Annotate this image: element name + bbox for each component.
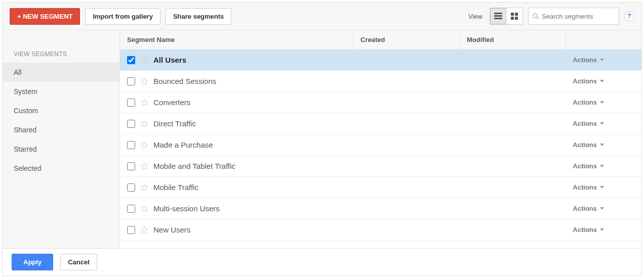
row-checkbox[interactable] [127,120,135,128]
svg-rect-6 [515,17,518,20]
toolbar: + NEW SEGMENT Import from gallery Share … [3,3,641,30]
cancel-button[interactable]: Cancel [60,254,97,270]
actions-label: Actions [573,141,597,149]
chevron-down-icon [600,101,604,104]
list-view-button[interactable] [490,8,506,24]
footer: Apply Cancel [3,248,641,275]
segment-name: Mobile Traffic [153,183,568,192]
actions-label: Actions [573,162,597,170]
view-toggle [490,8,523,25]
chevron-down-icon [600,59,604,61]
table-row[interactable]: Bounced SessionsActions [120,71,641,92]
segment-name: Bounced Sessions [153,77,568,85]
star-icon[interactable] [140,99,148,107]
chevron-down-icon [600,122,604,125]
actions-label: Actions [573,77,597,85]
sidebar-item-system[interactable]: System [3,82,119,101]
star-icon[interactable] [140,162,148,170]
star-icon[interactable] [140,56,148,64]
help-button[interactable]: ? [624,11,634,21]
chevron-down-icon [600,165,604,167]
svg-rect-1 [494,15,502,17]
sidebar-item-custom[interactable]: Custom [3,101,119,120]
actions-label: Actions [573,120,597,127]
import-button[interactable]: Import from gallery [85,8,160,25]
chevron-down-icon [600,186,604,189]
table-row[interactable]: ConvertersActions [120,92,641,113]
row-actions[interactable]: Actions [573,99,634,106]
row-checkbox[interactable] [127,205,135,213]
row-checkbox[interactable] [127,183,135,192]
star-icon[interactable] [140,77,148,85]
svg-rect-4 [515,13,518,16]
svg-rect-3 [511,13,514,16]
svg-rect-0 [494,13,502,14]
row-actions[interactable]: Actions [573,120,634,127]
row-actions[interactable]: Actions [573,162,634,170]
sidebar-item-shared[interactable]: Shared [3,120,119,140]
segment-name: All Users [153,56,568,64]
table-row[interactable]: Mobile TrafficActions [120,177,641,198]
grid-view-button[interactable] [506,8,522,24]
row-actions[interactable]: Actions [573,205,634,212]
row-checkbox[interactable] [127,226,135,234]
row-actions[interactable]: Actions [573,77,634,85]
svg-rect-5 [511,17,514,20]
table-header: Segment Name Created Modified [120,30,641,50]
segment-name: Direct Traffic [153,119,568,128]
panel-body: VIEW SEGMENTS All System Custom Shared S… [3,30,641,248]
svg-line-8 [537,17,538,19]
actions-label: Actions [573,205,597,212]
star-icon[interactable] [140,205,148,213]
column-segment-name[interactable]: Segment Name [120,30,353,49]
share-button[interactable]: Share segments [166,8,231,25]
sidebar-item-selected[interactable]: Selected [3,159,119,178]
segments-panel: + NEW SEGMENT Import from gallery Share … [2,2,642,276]
table-row[interactable]: Mobile and Tablet TrafficActions [120,156,641,177]
sidebar: VIEW SEGMENTS All System Custom Shared S… [3,30,120,248]
row-checkbox[interactable] [127,141,135,149]
segment-name: Multi-session Users [153,204,568,213]
row-checkbox[interactable] [127,77,135,85]
row-checkbox[interactable] [127,99,135,107]
actions-label: Actions [573,56,597,64]
apply-button[interactable]: Apply [12,254,53,270]
row-actions[interactable]: Actions [573,226,634,234]
table-row[interactable]: Made a PurchaseActions [120,134,641,156]
table-row[interactable]: New UsersActions [120,219,641,241]
svg-rect-2 [494,18,502,19]
chevron-down-icon [600,207,604,210]
search-input[interactable] [542,13,615,20]
sidebar-item-starred[interactable]: Starred [3,140,119,159]
list-icon [494,13,502,20]
star-icon[interactable] [140,226,148,234]
row-actions[interactable]: Actions [573,56,634,64]
column-created[interactable]: Created [353,30,459,49]
star-icon[interactable] [140,120,148,128]
table-row[interactable]: Multi-session UsersActions [120,198,641,219]
segment-name: Made a Purchase [153,141,568,149]
table-row[interactable]: Direct TrafficActions [120,113,641,134]
new-segment-button[interactable]: + NEW SEGMENT [10,8,80,25]
column-modified[interactable]: Modified [459,30,566,49]
row-actions[interactable]: Actions [573,141,634,149]
chevron-down-icon [600,144,604,146]
segment-name: Mobile and Tablet Traffic [153,162,568,170]
row-checkbox[interactable] [127,162,135,170]
view-label: View [468,13,482,20]
search-field[interactable] [528,8,619,25]
actions-label: Actions [573,226,597,234]
star-icon[interactable] [140,141,148,149]
actions-label: Actions [573,183,597,191]
grid-icon [511,13,518,20]
star-icon[interactable] [140,183,148,192]
sidebar-item-all[interactable]: All [3,63,119,82]
table-row[interactable]: All UsersActions [120,50,641,71]
segment-name: New Users [153,225,568,234]
row-checkbox[interactable] [127,56,135,64]
column-actions [566,30,641,49]
chevron-down-icon [600,80,604,82]
row-actions[interactable]: Actions [573,183,634,191]
table-body[interactable]: All UsersActionsBounced SessionsActionsC… [120,50,641,248]
actions-label: Actions [573,99,597,106]
